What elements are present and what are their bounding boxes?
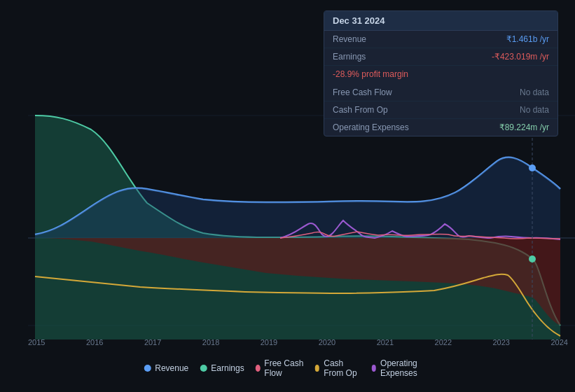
legend-revenue-dot bbox=[144, 365, 151, 372]
legend-cfo-dot bbox=[315, 365, 320, 372]
legend-cash-from-op[interactable]: Cash From Op bbox=[315, 358, 361, 378]
legend-opex-dot bbox=[371, 365, 376, 372]
legend-revenue-label: Revenue bbox=[155, 363, 188, 373]
legend-earnings[interactable]: Earnings bbox=[200, 363, 244, 373]
legend-earnings-label: Earnings bbox=[211, 363, 244, 373]
cash-from-op-row: Cash From Op No data bbox=[324, 102, 557, 119]
x-label-2021: 2021 bbox=[377, 338, 394, 346]
legend-free-cash-flow[interactable]: Free Cash Flow bbox=[256, 358, 304, 378]
legend-earnings-dot bbox=[200, 365, 207, 372]
x-label-2018: 2018 bbox=[202, 338, 219, 346]
x-label-2020: 2020 bbox=[319, 338, 335, 346]
earnings-row: Earnings -₹423.019m /yr bbox=[324, 48, 557, 66]
tooltip-card: Dec 31 2024 Revenue ₹1.461b /yr Earnings… bbox=[324, 10, 558, 136]
operating-expenses-label: Operating Expenses bbox=[333, 122, 409, 132]
legend-fcf-label: Free Cash Flow bbox=[264, 358, 303, 378]
chart-legend: Revenue Earnings Free Cash Flow Cash Fro… bbox=[144, 358, 431, 378]
legend-revenue[interactable]: Revenue bbox=[144, 363, 188, 373]
chart-svg bbox=[0, 108, 575, 340]
cash-from-op-label: Cash From Op bbox=[333, 105, 388, 115]
x-label-2017: 2017 bbox=[144, 338, 161, 346]
free-cash-flow-value: No data bbox=[520, 88, 549, 97]
profit-margin-text: -28.9% profit margin bbox=[333, 69, 408, 79]
operating-expenses-value: ₹89.224m /yr bbox=[499, 122, 549, 132]
x-axis: 2015 2016 2017 2018 2019 2020 2021 2022 … bbox=[28, 338, 568, 346]
svg-point-6 bbox=[529, 255, 536, 262]
operating-expenses-row: Operating Expenses ₹89.224m /yr bbox=[324, 119, 557, 136]
legend-opex-label: Operating Expenses bbox=[380, 358, 431, 378]
free-cash-flow-label: Free Cash Flow bbox=[333, 88, 392, 97]
earnings-label: Earnings bbox=[333, 52, 366, 62]
legend-operating-expenses[interactable]: Operating Expenses bbox=[371, 358, 431, 378]
legend-cfo-label: Cash From Op bbox=[324, 358, 360, 378]
legend-fcf-dot bbox=[256, 365, 261, 372]
x-label-2019: 2019 bbox=[261, 338, 277, 346]
x-label-2016: 2016 bbox=[86, 338, 103, 346]
revenue-label: Revenue bbox=[333, 34, 366, 44]
free-cash-flow-row: Free Cash Flow No data bbox=[324, 84, 557, 102]
profit-margin-row: -28.9% profit margin bbox=[324, 66, 557, 84]
revenue-row: Revenue ₹1.461b /yr bbox=[324, 31, 557, 48]
x-label-2024: 2024 bbox=[550, 338, 567, 346]
cash-from-op-value: No data bbox=[520, 105, 549, 115]
revenue-value: ₹1.461b /yr bbox=[506, 34, 549, 44]
x-label-2015: 2015 bbox=[28, 338, 45, 346]
tooltip-date: Dec 31 2024 bbox=[324, 11, 557, 31]
svg-point-5 bbox=[529, 164, 536, 172]
x-label-2023: 2023 bbox=[493, 338, 510, 346]
x-label-2022: 2022 bbox=[435, 338, 452, 346]
earnings-value: -₹423.019m /yr bbox=[492, 52, 549, 62]
